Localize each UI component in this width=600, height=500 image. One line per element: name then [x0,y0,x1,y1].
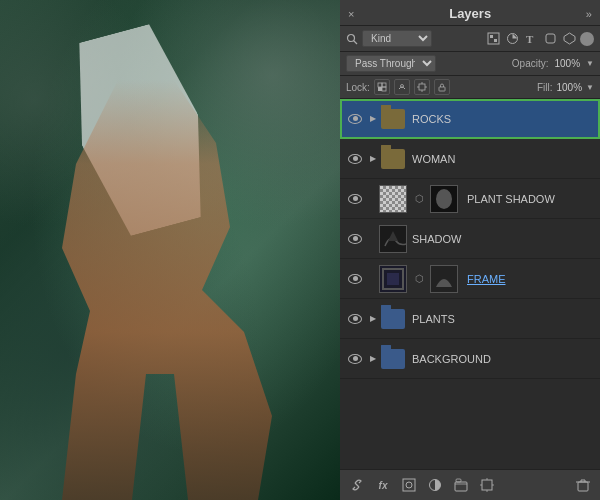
filter-icons: T [485,31,594,47]
visibility-toggle[interactable] [346,110,364,128]
link-icon: ⬡ [412,272,426,286]
filter-toggle[interactable] [580,32,594,46]
visibility-toggle[interactable] [346,310,364,328]
layer-mask-thumbnail [430,185,458,213]
panel-title: Layers [449,6,491,21]
lock-pixels-button[interactable] [374,79,390,95]
opacity-value[interactable]: 100% [555,58,581,69]
layer-thumbnail [379,265,407,293]
layer-name: PLANTS [412,313,594,325]
opacity-label: Opacity: [512,58,549,69]
layer-item[interactable]: ▶ PLANTS [340,299,600,339]
delete-layer-button[interactable] [572,474,594,496]
layer-item[interactable]: ▶ WOMAN [340,139,600,179]
expand-arrow[interactable]: ▶ [367,353,379,365]
lock-icons-group [374,79,450,95]
layer-item[interactable]: ▶ ⬡ FRAME [340,259,600,299]
link-icon: ⬡ [412,192,426,206]
svg-rect-32 [455,482,467,491]
panel-header: × Layers » [340,0,600,26]
kind-filter-select[interactable]: Kind [362,30,432,47]
layer-name: PLANT SHADOW [467,193,594,205]
lock-image-button[interactable] [394,79,410,95]
link-layers-button[interactable] [346,474,368,496]
visibility-toggle[interactable] [346,350,364,368]
shape-filter-icon[interactable] [542,31,558,47]
fill-label: Fill: [537,82,553,93]
fill-value[interactable]: 100% [557,82,583,93]
lock-all-button[interactable] [434,79,450,95]
layers-list: ▶ ROCKS ▶ WOMAN ▶ [340,99,600,469]
fill-dropdown-arrow[interactable]: ▼ [586,83,594,92]
layer-thumbnail [379,305,407,333]
svg-rect-39 [578,482,588,491]
filter-row: Kind T [340,26,600,52]
svg-point-30 [406,482,412,488]
smartobject-filter-icon[interactable] [561,31,577,47]
adjustment-filter-icon[interactable] [504,31,520,47]
svg-rect-29 [403,479,415,491]
canvas-preview [0,0,340,500]
svg-rect-12 [382,87,386,91]
layer-thumbnail [379,185,407,213]
layer-name: WOMAN [412,153,594,165]
layer-item[interactable]: ▶ ⬡ PLANT SHADOW [340,179,600,219]
svg-text:T: T [526,33,534,45]
visibility-toggle[interactable] [346,270,364,288]
layer-name: BACKGROUND [412,353,594,365]
lock-artboard-button[interactable] [414,79,430,95]
expand-arrow[interactable]: ▶ [367,153,379,165]
svg-rect-26 [387,273,399,285]
svg-rect-3 [490,35,493,38]
svg-rect-4 [494,39,497,42]
svg-rect-34 [482,480,492,490]
visibility-toggle[interactable] [346,230,364,248]
pixel-filter-icon[interactable] [485,31,501,47]
layers-panel: × Layers » Kind T [340,0,600,500]
layer-thumbnail [379,225,407,253]
fx-button[interactable]: fx [372,474,394,496]
panel-close-icon[interactable]: × [348,8,354,20]
layer-thumbnail [379,345,407,373]
svg-rect-10 [382,83,386,87]
opacity-dropdown-arrow[interactable]: ▼ [586,59,594,68]
bottom-toolbar: fx [340,469,600,500]
lock-label: Lock: [346,82,370,93]
svg-rect-19 [439,87,445,91]
visibility-toggle[interactable] [346,190,364,208]
svg-line-28 [355,483,359,487]
layer-item[interactable]: ▶ ROCKS [340,99,600,139]
layer-item[interactable]: ▶ SHADOW [340,219,600,259]
svg-rect-9 [378,83,382,87]
type-filter-icon[interactable]: T [523,31,539,47]
layer-mask-thumbnail [430,265,458,293]
panel-expand-icon[interactable]: » [586,8,592,20]
search-icon [346,33,358,45]
lock-row: Lock: Fill: 100% ▼ [340,76,600,99]
svg-line-1 [354,40,358,44]
blend-mode-row: Pass Through Opacity: 100% ▼ [340,52,600,76]
layer-name: SHADOW [412,233,594,245]
layer-name[interactable]: FRAME [467,273,594,285]
svg-rect-11 [378,87,382,91]
svg-rect-7 [546,34,555,43]
blend-mode-select[interactable]: Pass Through [346,55,436,72]
svg-point-0 [348,34,355,41]
layer-thumbnail [379,105,407,133]
svg-marker-8 [564,33,575,44]
expand-arrow[interactable]: ▶ [367,113,379,125]
svg-point-21 [436,189,452,209]
add-mask-button[interactable] [398,474,420,496]
svg-rect-2 [488,33,499,44]
new-group-button[interactable] [450,474,472,496]
layer-item[interactable]: ▶ BACKGROUND [340,339,600,379]
layer-name: ROCKS [412,113,594,125]
layer-thumbnail [379,145,407,173]
add-adjustment-button[interactable] [424,474,446,496]
svg-rect-14 [419,84,425,90]
visibility-toggle[interactable] [346,150,364,168]
new-artboard-button[interactable] [476,474,498,496]
expand-arrow[interactable]: ▶ [367,313,379,325]
